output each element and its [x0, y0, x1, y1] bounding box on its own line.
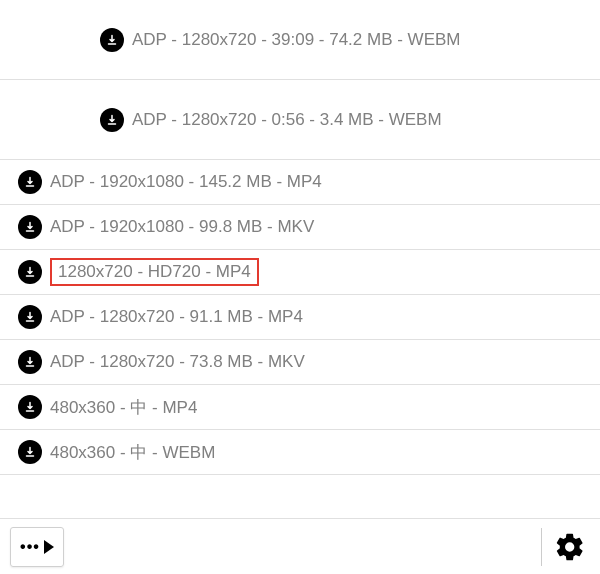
- download-option-label: 1280x720 - HD720 - MP4: [50, 258, 259, 286]
- download-list: ADP - 1280x720 - 39:09 - 74.2 MB - WEBMA…: [0, 0, 600, 518]
- download-option-label: ADP - 1920x1080 - 145.2 MB - MP4: [50, 172, 322, 192]
- download-option-label: 480x360 - 中 - WEBM: [50, 441, 215, 464]
- download-option-label: 480x360 - 中 - MP4: [50, 396, 197, 419]
- download-icon: [18, 215, 42, 239]
- download-option-label: ADP - 1280x720 - 73.8 MB - MKV: [50, 352, 305, 372]
- download-icon: [100, 108, 124, 132]
- download-icon: [18, 350, 42, 374]
- play-icon: [44, 540, 54, 554]
- download-option[interactable]: ADP - 1280x720 - 73.8 MB - MKV: [0, 340, 600, 385]
- download-option[interactable]: ADP - 1920x1080 - 145.2 MB - MP4: [0, 160, 600, 205]
- download-option[interactable]: 1280x720 - HD720 - MP4: [0, 250, 600, 295]
- download-icon: [18, 305, 42, 329]
- download-icon: [18, 395, 42, 419]
- download-option[interactable]: 480x360 - 中 - WEBM: [0, 430, 600, 475]
- download-option[interactable]: ADP - 1280x720 - 0:56 - 3.4 MB - WEBM: [0, 80, 600, 160]
- download-icon: [18, 260, 42, 284]
- download-option-label: ADP - 1280x720 - 39:09 - 74.2 MB - WEBM: [132, 30, 461, 50]
- download-option[interactable]: ADP - 1280x720 - 91.1 MB - MP4: [0, 295, 600, 340]
- download-option[interactable]: 480x360 - 中 - MP4: [0, 385, 600, 430]
- more-icon: •••: [20, 538, 40, 556]
- divider: [541, 528, 542, 566]
- download-icon: [18, 440, 42, 464]
- download-option-label: ADP - 1280x720 - 0:56 - 3.4 MB - WEBM: [132, 110, 442, 130]
- gear-icon: [554, 531, 586, 563]
- footer-right: [541, 528, 586, 566]
- download-option-label: ADP - 1920x1080 - 99.8 MB - MKV: [50, 217, 314, 237]
- download-option-label: ADP - 1280x720 - 91.1 MB - MP4: [50, 307, 303, 327]
- download-icon: [100, 28, 124, 52]
- download-icon: [18, 170, 42, 194]
- more-play-button[interactable]: •••: [10, 527, 64, 567]
- download-option[interactable]: ADP - 1280x720 - 39:09 - 74.2 MB - WEBM: [0, 0, 600, 80]
- download-options-panel: ADP - 1280x720 - 39:09 - 74.2 MB - WEBMA…: [0, 0, 600, 574]
- settings-button[interactable]: [554, 531, 586, 563]
- download-option[interactable]: ADP - 1920x1080 - 99.8 MB - MKV: [0, 205, 600, 250]
- footer-bar: •••: [0, 518, 600, 574]
